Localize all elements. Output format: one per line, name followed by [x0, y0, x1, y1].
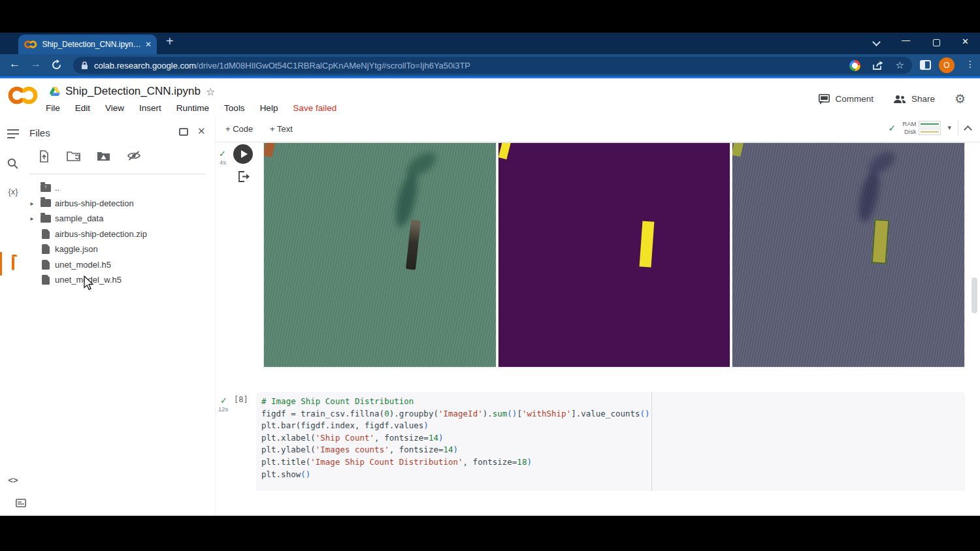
- browser-tab-strip: Ship_Detection_CNN.ipynb - Cola ✕ + — ✕: [0, 33, 980, 54]
- comment-label: Comment: [835, 94, 874, 104]
- tree-item-[interactable]: ..: [26, 180, 216, 196]
- tree-item-label: sample_data: [55, 213, 103, 223]
- expand-caret-icon[interactable]: ▸: [26, 215, 38, 222]
- people-icon: [893, 95, 906, 104]
- tree-item-label: unet_model.h5: [55, 260, 111, 270]
- files-rail-icon[interactable]: [0, 258, 26, 270]
- close-panel-icon[interactable]: ✕: [197, 125, 206, 137]
- cell-output-icon[interactable]: [238, 171, 250, 182]
- bookmark-star-icon[interactable]: ☆: [896, 59, 904, 71]
- tree-item-airbus-ship-detection-zip[interactable]: airbus-ship-detection.zip: [26, 227, 216, 242]
- reload-icon[interactable]: [51, 59, 62, 71]
- share-page-icon[interactable]: [872, 61, 884, 71]
- notebook-title[interactable]: Ship_Detection_CNN.ipynb: [65, 85, 201, 98]
- forward-icon[interactable]: →: [30, 57, 41, 71]
- mount-drive-icon[interactable]: [97, 150, 110, 161]
- toc-icon[interactable]: [7, 129, 19, 138]
- tree-item-kaggle-json[interactable]: kaggle.json: [26, 242, 216, 257]
- tree-item-label: kaggle.json: [55, 244, 98, 254]
- satellite-image-original: [263, 142, 497, 368]
- file-icon: [38, 275, 54, 285]
- menu-insert[interactable]: Insert: [139, 103, 161, 113]
- variables-icon[interactable]: {x}: [0, 187, 26, 197]
- code-line: # Image Ship Count Distribution: [261, 396, 647, 408]
- code-line: plt.title('Image Ship Count Distribution…: [261, 456, 647, 469]
- menu-tools[interactable]: Tools: [224, 103, 245, 113]
- connected-check-icon: ✓: [889, 123, 896, 133]
- save-status[interactable]: Save failed: [293, 103, 336, 113]
- code-cell-check-icon: ✓: [220, 396, 227, 405]
- folder-icon: [38, 215, 54, 223]
- mouse-cursor: [82, 276, 94, 291]
- window-restore-icon[interactable]: [933, 39, 940, 46]
- settings-gear-icon[interactable]: ⚙: [955, 91, 966, 106]
- tree-item-unet-model-w-h5[interactable]: unet_model_w.h5: [26, 272, 216, 288]
- colab-logo: [7, 85, 39, 106]
- cell-output-images: [263, 142, 965, 368]
- side-panel-icon[interactable]: [920, 60, 931, 70]
- image-cell-exec-time: 4s: [220, 159, 226, 166]
- code-line: plt.ylabel('Images counts', fontsize=14): [261, 444, 647, 456]
- file-icon: [38, 244, 54, 254]
- code-line: plt.show(): [261, 469, 647, 481]
- tab-title: Ship_Detection_CNN.ipynb - Cola: [42, 40, 142, 49]
- search-icon[interactable]: [7, 158, 18, 169]
- share-label: Share: [911, 94, 935, 104]
- refresh-folder-icon[interactable]: [67, 150, 80, 161]
- window-minimize-icon[interactable]: —: [902, 35, 910, 45]
- code-cell[interactable]: # Image Ship Count Distributionfigdf = t…: [256, 392, 965, 491]
- files-panel-title: Files: [29, 127, 50, 138]
- cell-success-check-icon: ✓: [219, 149, 226, 159]
- menu-help[interactable]: Help: [260, 103, 278, 113]
- menu-file[interactable]: File: [46, 103, 60, 113]
- code-snippets-icon[interactable]: <>: [0, 475, 26, 485]
- letterbox-top: [0, 0, 980, 33]
- code-cell-exec-time: 12s: [218, 405, 228, 413]
- upload-file-icon[interactable]: [38, 150, 50, 163]
- star-notebook-icon[interactable]: ☆: [206, 86, 215, 98]
- url-path: /drive/1dM08HIlGwOt54C1RBRalCpKnAMeNjYtg…: [196, 61, 470, 71]
- folder-up-icon: [38, 184, 54, 192]
- menu-view[interactable]: View: [105, 103, 124, 113]
- file-icon: [38, 260, 54, 270]
- address-bar[interactable]: colab.research.google.com/drive/1dM08HIl…: [73, 57, 912, 74]
- browser-tab[interactable]: Ship_Detection_CNN.ipynb - Cola ✕: [18, 35, 157, 54]
- collapse-header-icon[interactable]: [964, 125, 972, 134]
- add-text-button[interactable]: + Text: [270, 124, 293, 134]
- left-rail: {x} <>: [0, 118, 26, 516]
- tree-item-label: airbus-ship-detection.zip: [55, 229, 147, 239]
- code-line: plt.xlabel('Ship Count', fontsize=14): [261, 432, 647, 445]
- share-button[interactable]: Share: [893, 94, 935, 104]
- notebook-scrollbar-thumb[interactable]: [972, 277, 977, 313]
- browser-menu-icon[interactable]: ⋮: [966, 59, 975, 69]
- comment-button[interactable]: Comment: [819, 94, 874, 104]
- tree-item-unet-model-h5[interactable]: unet_model.h5: [26, 257, 216, 273]
- code-line: figdf = train_csv.fillna(0).groupby('Ima…: [261, 408, 647, 420]
- code-editor[interactable]: # Image Ship Count Distributionfigdf = t…: [261, 396, 647, 480]
- tree-item-sample-data[interactable]: ▸sample_data: [26, 211, 216, 227]
- notebook-toolbar: + Code + Text ✓ RAM Disk ▾: [216, 118, 980, 142]
- add-code-button[interactable]: + Code: [225, 124, 253, 134]
- file-icon: [38, 229, 54, 239]
- new-tab-button[interactable]: +: [166, 34, 174, 49]
- profile-avatar[interactable]: O: [939, 57, 955, 73]
- menu-edit[interactable]: Edit: [75, 103, 90, 113]
- disk-gauge: [919, 129, 941, 135]
- run-cell-button[interactable]: [233, 144, 253, 164]
- hidden-files-icon[interactable]: [127, 150, 141, 161]
- tree-item-airbus-ship-detection[interactable]: ▸airbus-ship-detection: [26, 196, 216, 212]
- back-icon[interactable]: ←: [9, 57, 20, 71]
- tab-close-icon[interactable]: ✕: [145, 40, 152, 49]
- expand-caret-icon[interactable]: ▸: [26, 200, 38, 207]
- comment-icon: [819, 94, 830, 104]
- menu-runtime[interactable]: Runtime: [176, 103, 209, 113]
- satellite-overlay: [732, 142, 965, 368]
- disk-label: Disk: [904, 128, 916, 135]
- window-close-icon[interactable]: ✕: [962, 37, 969, 46]
- browser-toolbar: ← → colab.research.google.com/drive/1dM0…: [0, 54, 980, 76]
- resources-caret-icon[interactable]: ▾: [947, 123, 951, 132]
- colab-favicon: [24, 40, 37, 49]
- google-g-icon[interactable]: [849, 60, 860, 71]
- popout-panel-icon[interactable]: [179, 128, 188, 136]
- window-chevron-icon[interactable]: [872, 38, 881, 46]
